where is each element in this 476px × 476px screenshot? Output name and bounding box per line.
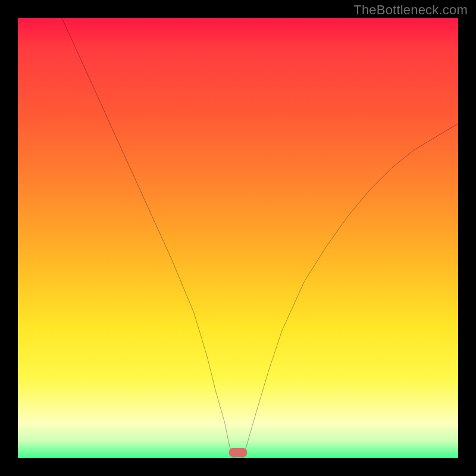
curve-path: [62, 18, 458, 458]
watermark-text: TheBottleneck.com: [353, 2, 468, 18]
optimal-zone-marker: [229, 448, 247, 457]
plot-area: [18, 18, 458, 458]
chart-frame: TheBottleneck.com: [0, 0, 476, 476]
bottleneck-curve: [18, 18, 458, 458]
